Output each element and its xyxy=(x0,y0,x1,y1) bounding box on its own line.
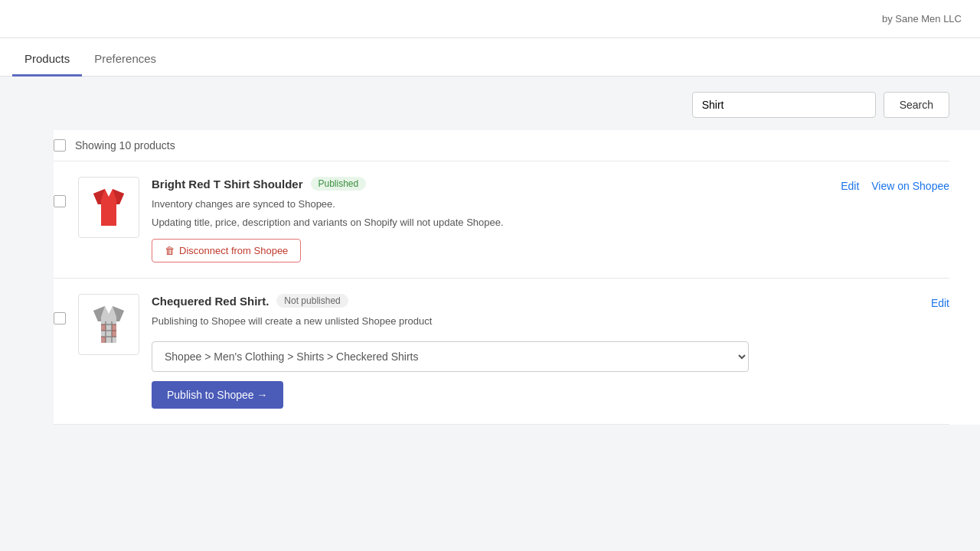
product-2-details: Chequered Red Shirt. Not published Publi… xyxy=(152,294,919,409)
nav-tabs: Products Preferences xyxy=(0,38,980,77)
trash-icon: 🗑 xyxy=(165,245,175,256)
search-bar: Search xyxy=(0,77,980,130)
product-1-edit-links: Edit View on Shopee xyxy=(841,180,949,192)
product-2-edit-links: Edit xyxy=(931,297,949,309)
product-1-badge: Published xyxy=(311,177,367,191)
product-2-title: Chequered Red Shirt. xyxy=(152,295,269,308)
showing-label: Showing 10 products xyxy=(75,139,175,152)
svg-rect-13 xyxy=(101,337,106,343)
product-1-desc2: Updating title, price, description and v… xyxy=(152,215,828,230)
product-2-desc1: Publishing to Shopee will create a new u… xyxy=(152,314,919,329)
tab-preferences[interactable]: Preferences xyxy=(82,43,168,77)
product-1-desc1: Inventory changes are synced to Shopee. xyxy=(152,197,828,212)
category-select-wrapper: Shopee > Men's Clothing > Shirts > Check… xyxy=(152,332,749,372)
product-1-image xyxy=(78,177,139,238)
disconnect-button[interactable]: 🗑 Disconnect from Shopee xyxy=(152,239,301,262)
svg-rect-11 xyxy=(101,324,106,331)
product-2-edit-link[interactable]: Edit xyxy=(931,297,949,309)
product-1-checkbox[interactable] xyxy=(54,195,66,207)
product-2-image xyxy=(78,294,139,355)
product-1-edit-link[interactable]: Edit xyxy=(841,180,859,192)
publish-button[interactable]: Publish to Shopee → xyxy=(152,381,283,409)
product-2-badge: Not published xyxy=(276,294,348,308)
svg-rect-14 xyxy=(112,324,116,331)
product-row: Bright Red T Shirt Shoulder Published In… xyxy=(54,161,949,279)
products-container: Showing 10 products Bright Red T Shirt S… xyxy=(54,130,980,425)
search-button[interactable]: Search xyxy=(884,92,949,118)
brand-label: by Sane Men LLC xyxy=(882,13,962,24)
product-row: Chequered Red Shirt. Not published Publi… xyxy=(54,279,949,425)
top-bar: by Sane Men LLC xyxy=(0,0,980,38)
select-all-checkbox[interactable] xyxy=(54,139,66,152)
product-1-details: Bright Red T Shirt Shoulder Published In… xyxy=(152,177,828,262)
category-select[interactable]: Shopee > Men's Clothing > Shirts > Check… xyxy=(152,341,749,372)
product-1-title: Bright Red T Shirt Shoulder xyxy=(152,178,303,191)
search-input[interactable] xyxy=(692,92,876,118)
showing-label-row: Showing 10 products xyxy=(54,130,949,161)
tab-products[interactable]: Products xyxy=(12,43,82,77)
product-2-checkbox[interactable] xyxy=(54,312,66,324)
product-1-view-link[interactable]: View on Shopee xyxy=(871,180,949,192)
svg-rect-12 xyxy=(112,331,116,337)
